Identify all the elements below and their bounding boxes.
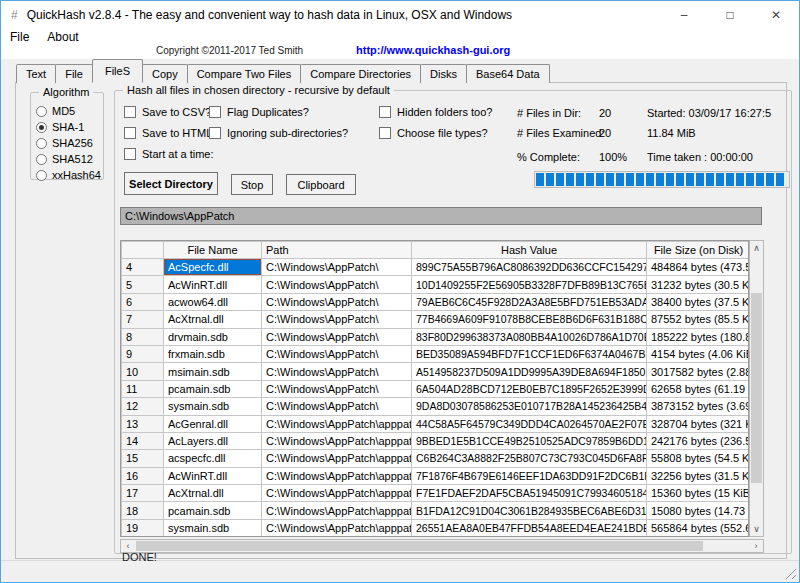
menu-file[interactable]: File bbox=[1, 30, 38, 44]
hash-value-cell[interactable]: 26551AEA8A0EB47FFDB54A8EED4EAE241BDE0466 bbox=[412, 519, 647, 536]
hash-value-cell[interactable]: 7F1876F4B679E6146EEF1DA63DD91F2DC6B1FD88 bbox=[412, 467, 647, 484]
horizontal-scrollbar-thumb[interactable] bbox=[136, 541, 703, 551]
row-number-cell[interactable]: 15 bbox=[122, 450, 164, 467]
checkbox-save-to-html[interactable]: Save to HTML? bbox=[124, 126, 218, 139]
file-name-cell[interactable]: sysmain.sdb bbox=[164, 519, 262, 536]
row-number-cell[interactable]: 8 bbox=[122, 328, 164, 345]
path-cell[interactable]: C:\Windows\AppPatch\ bbox=[262, 328, 412, 345]
file-size-cell[interactable]: 242176 bytes (236.5 K bbox=[647, 432, 750, 449]
minimize-icon[interactable]: – bbox=[661, 1, 707, 29]
row-number-cell[interactable]: 17 bbox=[122, 485, 164, 502]
hash-value-cell[interactable]: 77B4669A609F91078B8CEBE8B6D6F631B188CB7C bbox=[412, 311, 647, 328]
file-name-cell[interactable]: acwow64.dll bbox=[164, 293, 262, 310]
hash-value-cell[interactable]: 899C75A55B796AC8086392DD636CCFC154297991 bbox=[412, 259, 647, 276]
file-size-cell[interactable]: 328704 bytes (321 KiB bbox=[647, 415, 750, 432]
file-size-cell[interactable]: 31232 bytes (30.5 KiB bbox=[647, 276, 750, 293]
path-cell[interactable]: C:\Windows\AppPatch\ bbox=[262, 380, 412, 397]
file-name-cell[interactable]: AcGenral.dll bbox=[164, 415, 262, 432]
stop-button[interactable]: Stop bbox=[231, 174, 273, 195]
resize-grip-icon[interactable] bbox=[783, 566, 796, 579]
file-name-cell[interactable]: frxmain.sdb bbox=[164, 345, 262, 362]
file-size-cell[interactable]: 185222 bytes (180.88 bbox=[647, 328, 750, 345]
maximize-icon[interactable]: □ bbox=[707, 1, 753, 29]
path-cell[interactable]: C:\Windows\AppPatch\apppatch bbox=[262, 450, 412, 467]
row-number-cell[interactable]: 16 bbox=[122, 467, 164, 484]
radio-sha256[interactable]: SHA256 bbox=[36, 135, 101, 151]
path-cell[interactable]: C:\Windows\AppPatch\ bbox=[262, 345, 412, 362]
row-number-cell[interactable]: 11 bbox=[122, 380, 164, 397]
checkbox-flag-duplicates[interactable]: Flag Duplicates? bbox=[209, 105, 348, 118]
radio-xxhash64[interactable]: xxHash64 bbox=[36, 167, 101, 183]
file-size-cell[interactable]: 4154 bytes (4.06 KiB) bbox=[647, 345, 750, 362]
row-number-header[interactable] bbox=[122, 242, 164, 259]
radio-sha512[interactable]: SHA512 bbox=[36, 151, 101, 167]
clipboard-button[interactable]: Clipboard bbox=[286, 174, 356, 195]
hash-value-cell[interactable]: 83F80D299638373A080BB4A10026D786A1D70EEE bbox=[412, 328, 647, 345]
radio-sha-1[interactable]: SHA-1 bbox=[36, 119, 101, 135]
file-name-cell[interactable]: sysmain.sdb bbox=[164, 398, 262, 415]
row-number-cell[interactable]: 18 bbox=[122, 502, 164, 519]
file-name-cell[interactable]: acspecfc.dll bbox=[164, 450, 262, 467]
row-number-cell[interactable]: 10 bbox=[122, 363, 164, 380]
tab-disks[interactable]: Disks bbox=[420, 64, 467, 83]
file-size-cell[interactable]: 15080 bytes (14.73 Ki bbox=[647, 502, 750, 519]
file-name-cell[interactable]: AcWinRT.dll bbox=[164, 276, 262, 293]
website-link[interactable]: http://www.quickhash-gui.org bbox=[356, 44, 510, 56]
radio-md5[interactable]: MD5 bbox=[36, 103, 101, 119]
path-cell[interactable]: C:\Windows\AppPatch\ bbox=[262, 311, 412, 328]
hash-value-cell[interactable]: B1FDA12C91D04C3061B284935BEC6ABE6D3187F6 bbox=[412, 502, 647, 519]
tab-text[interactable]: Text bbox=[16, 64, 56, 83]
file-size-cell[interactable]: 87552 bytes (85.5 KiB bbox=[647, 311, 750, 328]
row-number-cell[interactable]: 4 bbox=[122, 259, 164, 276]
row-number-cell[interactable]: 12 bbox=[122, 398, 164, 415]
hash-value-header[interactable]: Hash Value bbox=[412, 242, 647, 259]
file-name-header[interactable]: File Name bbox=[164, 242, 262, 259]
file-size-cell[interactable]: 32256 bytes (31.5 KiB bbox=[647, 467, 750, 484]
checkbox-start-at-a-time[interactable]: Start at a time: bbox=[124, 147, 218, 160]
path-cell[interactable]: C:\Windows\AppPatch\apppatch bbox=[262, 467, 412, 484]
select-directory-button[interactable]: Select Directory bbox=[124, 172, 218, 195]
row-number-cell[interactable]: 6 bbox=[122, 293, 164, 310]
file-name-cell[interactable]: pcamain.sdb bbox=[164, 502, 262, 519]
hash-value-cell[interactable]: 44C58A5F64579C349DDD4CA0264570AE2F07E70D bbox=[412, 415, 647, 432]
path-cell[interactable]: C:\Windows\AppPatch\apppatch bbox=[262, 432, 412, 449]
vertical-scrollbar[interactable]: ∧ ∨ bbox=[749, 240, 764, 537]
tab-compare-directories[interactable]: Compare Directories bbox=[300, 64, 421, 83]
file-name-cell[interactable]: AcLayers.dll bbox=[164, 432, 262, 449]
tab-file[interactable]: File bbox=[55, 64, 93, 83]
row-number-cell[interactable]: 5 bbox=[122, 276, 164, 293]
menu-about[interactable]: About bbox=[38, 30, 87, 44]
scroll-down-icon[interactable]: ∨ bbox=[750, 522, 763, 536]
file-name-cell[interactable]: AcXtrnal.dll bbox=[164, 485, 262, 502]
path-cell[interactable]: C:\Windows\AppPatch\ bbox=[262, 276, 412, 293]
hash-value-cell[interactable]: 6A504AD28BCD712EB0EB7C1895F2652E3999D2C0 bbox=[412, 380, 647, 397]
hash-value-cell[interactable]: C6B264C3A8882F25B807C73C793C045D6FA8FDE8 bbox=[412, 450, 647, 467]
hash-value-cell[interactable]: 79AEB6C6C45F928D2A3A8E5BFD751EB53ADAFAAF bbox=[412, 293, 647, 310]
row-number-cell[interactable]: 7 bbox=[122, 311, 164, 328]
path-cell[interactable]: C:\Windows\AppPatch\ bbox=[262, 259, 412, 276]
path-cell[interactable]: C:\Windows\AppPatch\ bbox=[262, 363, 412, 380]
checkbox-hidden-folders-too[interactable]: Hidden folders too? bbox=[379, 105, 492, 118]
file-name-cell[interactable]: AcWinRT.dll bbox=[164, 467, 262, 484]
path-cell[interactable]: C:\Windows\AppPatch\apppatch bbox=[262, 415, 412, 432]
path-cell[interactable]: C:\Windows\AppPatch\ bbox=[262, 293, 412, 310]
hash-value-cell[interactable]: 10D1409255F2E56905B3328F7DFB89B13C765BFF bbox=[412, 276, 647, 293]
hash-value-cell[interactable]: BED35089A594BFD7F1CCF1ED6F6374A0467BDAB0 bbox=[412, 345, 647, 362]
file-size-header[interactable]: File Size (on Disk) bbox=[647, 242, 750, 259]
tab-compare-two-files[interactable]: Compare Two Files bbox=[187, 64, 302, 83]
checkbox-save-to-csv[interactable]: Save to CSV? bbox=[124, 105, 218, 118]
row-number-cell[interactable]: 9 bbox=[122, 345, 164, 362]
file-size-cell[interactable]: 3017582 bytes (2.88 M bbox=[647, 363, 750, 380]
file-name-cell[interactable]: AcSpecfc.dll bbox=[164, 259, 262, 276]
file-name-cell[interactable]: pcamain.sdb bbox=[164, 380, 262, 397]
tab-copy[interactable]: Copy bbox=[142, 64, 188, 83]
path-cell[interactable]: C:\Windows\AppPatch\apppatch bbox=[262, 502, 412, 519]
row-number-cell[interactable]: 13 bbox=[122, 415, 164, 432]
file-name-cell[interactable]: msimain.sdb bbox=[164, 363, 262, 380]
directory-path-field[interactable]: C:\Windows\AppPatch bbox=[120, 207, 762, 225]
hash-value-cell[interactable]: 9DA8D03078586253E010717B28A145236425B4A5 bbox=[412, 398, 647, 415]
row-number-cell[interactable]: 14 bbox=[122, 432, 164, 449]
path-cell[interactable]: C:\Windows\AppPatch\apppatch bbox=[262, 519, 412, 536]
file-size-cell[interactable]: 15360 bytes (15 KiB) bbox=[647, 485, 750, 502]
hash-value-cell[interactable]: 9BBED1E5B1CCE49B2510525ADC97859B6DD1FFAF bbox=[412, 432, 647, 449]
